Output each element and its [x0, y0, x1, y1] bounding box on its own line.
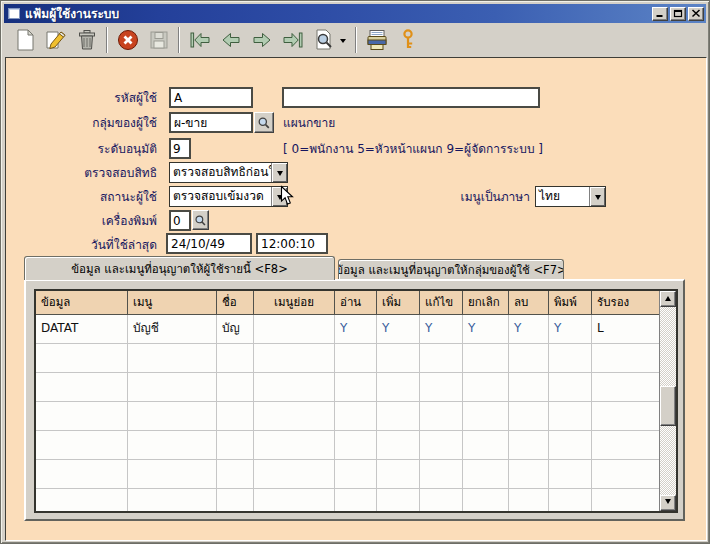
key-button[interactable]: [392, 25, 423, 55]
minimize-button[interactable]: [652, 7, 668, 21]
menu-language-value: ไทย: [536, 187, 589, 206]
chevron-down-icon: [277, 171, 283, 179]
last-used-date-input[interactable]: [166, 233, 252, 254]
table-cell: [592, 402, 661, 431]
table-row[interactable]: [36, 460, 661, 489]
user-id-input[interactable]: [169, 87, 253, 108]
toolbar-separator: [106, 27, 108, 53]
delete-record-button[interactable]: [71, 25, 102, 55]
menu-language-label: เมนูเป็นภาษา: [408, 188, 530, 206]
titlebar[interactable]: แฟ้มผู้ใช้งานระบบ: [4, 4, 706, 23]
table-cell: [463, 344, 509, 373]
vertical-scrollbar[interactable]: [659, 291, 676, 511]
save-floppy-icon: [146, 27, 172, 53]
table-cell: [335, 402, 377, 431]
grid-column-header: เพิ่ม: [377, 291, 420, 314]
chevron-down-icon: [340, 39, 346, 46]
table-cell: [128, 489, 217, 513]
menu-language-dropdown-button[interactable]: [589, 187, 605, 206]
user-id-label: รหัสผู้ใช้: [24, 89, 157, 107]
table-cell: [335, 489, 377, 513]
table-row[interactable]: [36, 431, 661, 460]
cancel-button[interactable]: [112, 25, 143, 55]
table-cell: [592, 344, 661, 373]
table-cell: [549, 373, 592, 402]
table-cell: [254, 460, 335, 489]
user-status-label: สถานะผู้ใช้: [24, 188, 157, 206]
table-cell: [377, 489, 420, 513]
user-group-input[interactable]: [169, 112, 253, 133]
previous-record-button[interactable]: [215, 25, 246, 55]
minimize-icon: [655, 9, 665, 18]
first-record-button[interactable]: [184, 25, 215, 55]
table-cell: Y: [420, 315, 463, 344]
table-cell: [36, 373, 128, 402]
table-cell: Y: [377, 315, 420, 344]
grid-column-header: เมนูย่อย: [254, 291, 335, 314]
print-button[interactable]: [361, 25, 392, 55]
approval-level-input[interactable]: [169, 138, 191, 159]
app-icon: [8, 8, 20, 19]
user-name-input[interactable]: [282, 87, 540, 108]
save-button-disabled: [143, 25, 174, 55]
table-cell: [377, 431, 420, 460]
table-cell: [36, 402, 128, 431]
table-row[interactable]: [36, 373, 661, 402]
new-record-button[interactable]: [9, 25, 40, 55]
grid-header-row: ข้อมูลเมนูชื่อเมนูย่อยอ่านเพิ่มแก้ไขยกเล…: [36, 291, 661, 315]
table-cell: Y: [463, 315, 509, 344]
close-icon: [691, 9, 701, 18]
last-used-label: วันที่ใช้ล่าสุด: [24, 236, 157, 254]
menu-language-combobox[interactable]: ไทย: [535, 186, 606, 207]
grid-column-header: รับรอง: [592, 291, 661, 314]
table-row[interactable]: [36, 402, 661, 431]
table-cell: [128, 344, 217, 373]
grid-column-header: แก้ไข: [420, 291, 463, 314]
edit-record-button[interactable]: [40, 25, 71, 55]
maximize-button[interactable]: [670, 7, 686, 21]
tab-user-permissions[interactable]: ข้อมูล และเมนูที่อนุญาตให้ผู้ใช้รายนี้ <…: [24, 256, 335, 280]
table-cell: [377, 460, 420, 489]
edit-icon: [43, 27, 69, 53]
toolbar: [5, 23, 707, 57]
tab-group-permissions[interactable]: ข้อมูล และเมนูที่อนุญาตให้กลุ่มของผู้ใช้…: [338, 259, 564, 279]
next-record-button[interactable]: [246, 25, 277, 55]
grid-column-header: อ่าน: [335, 291, 377, 314]
grid-column-header: ลบ: [509, 291, 549, 314]
scroll-down-button[interactable]: [660, 495, 676, 511]
scrollbar-thumb[interactable]: [660, 386, 676, 426]
table-cell: [254, 373, 335, 402]
table-cell: [592, 373, 661, 402]
printer-input[interactable]: [169, 210, 191, 231]
rights-check-label: ตรวจสอบสิทธิ: [24, 164, 157, 182]
table-cell: [420, 489, 463, 513]
table-row[interactable]: DATATบัญชีบัญYYYYYYL: [36, 315, 661, 344]
mouse-cursor: [280, 185, 295, 207]
user-status-combobox[interactable]: ตรวจสอบเข้มงวด: [169, 186, 288, 207]
table-cell: [217, 489, 254, 513]
table-cell: [509, 431, 549, 460]
last-used-time-input[interactable]: [256, 233, 328, 254]
table-cell: [463, 373, 509, 402]
grid-column-header: ชื่อ: [217, 291, 254, 314]
grid-column-header: เมนู: [128, 291, 217, 314]
table-row[interactable]: [36, 489, 661, 513]
scroll-up-button[interactable]: [660, 291, 676, 307]
table-cell: [592, 431, 661, 460]
printer-lookup-button[interactable]: [192, 210, 209, 230]
rights-check-combobox[interactable]: ตรวจสอบสิทธิก่อนใช้งาน: [169, 162, 288, 183]
maximize-icon: [673, 9, 683, 18]
table-cell: [377, 344, 420, 373]
first-record-icon: [187, 27, 213, 53]
table-cell: Y: [509, 315, 549, 344]
find-record-button[interactable]: [308, 25, 339, 55]
magnifier-icon: [194, 214, 207, 227]
close-button[interactable]: [688, 7, 704, 21]
table-cell: [509, 373, 549, 402]
table-cell: [335, 373, 377, 402]
user-group-lookup-button[interactable]: [254, 112, 274, 133]
table-row[interactable]: [36, 344, 661, 373]
rights-check-dropdown-button[interactable]: [271, 163, 287, 182]
last-record-button[interactable]: [277, 25, 308, 55]
find-dropdown-button[interactable]: [339, 25, 351, 55]
